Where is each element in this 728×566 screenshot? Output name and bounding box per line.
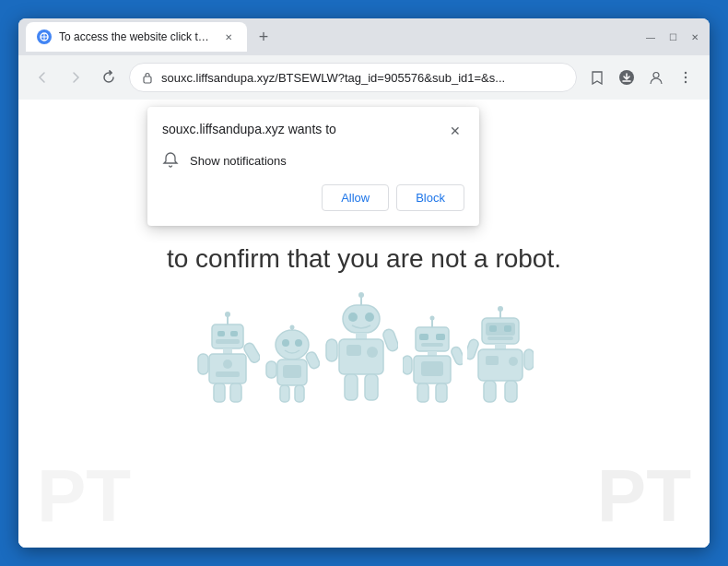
robot-5: [467, 306, 534, 403]
robot-2: [264, 324, 320, 403]
toolbar-actions: [584, 65, 699, 90]
svg-point-43: [367, 347, 378, 358]
allow-button[interactable]: Allow: [322, 184, 389, 211]
svg-rect-60: [436, 383, 447, 402]
svg-rect-13: [217, 331, 225, 336]
maximize-button[interactable]: ☐: [665, 31, 680, 42]
url-text: souxc.liffsandupa.xyz/BTSEWLW?tag_id=905…: [161, 71, 565, 85]
title-bar: To access the website click the "A ✕ + —…: [18, 18, 710, 55]
svg-point-49: [429, 316, 434, 321]
svg-point-25: [289, 325, 294, 330]
svg-point-11: [225, 312, 230, 317]
svg-rect-59: [417, 383, 429, 402]
svg-rect-3: [144, 77, 151, 83]
tab-title: To access the website click the "A: [59, 30, 214, 43]
main-text: to confirm that you are not a robot.: [167, 244, 561, 274]
back-button[interactable]: [29, 65, 55, 90]
svg-rect-51: [419, 334, 429, 340]
svg-point-27: [282, 339, 289, 347]
svg-rect-65: [489, 325, 497, 332]
svg-rect-42: [346, 345, 361, 356]
svg-rect-40: [356, 333, 367, 339]
svg-rect-68: [495, 344, 506, 349]
minimize-button[interactable]: —: [643, 31, 658, 42]
tab-favicon: [37, 29, 52, 44]
svg-rect-67: [487, 336, 513, 340]
svg-rect-53: [421, 343, 443, 347]
address-bar[interactable]: souxc.liffsandupa.xyz/BTSEWLW?tag_id=905…: [129, 63, 577, 92]
bell-icon: [162, 151, 181, 170]
svg-rect-12: [212, 324, 243, 348]
svg-rect-34: [295, 385, 304, 402]
svg-point-9: [685, 81, 687, 83]
svg-rect-47: [365, 374, 378, 400]
permission-text: Show notifications: [190, 154, 287, 168]
svg-rect-46: [345, 374, 358, 400]
active-tab[interactable]: To access the website click the "A ✕: [26, 22, 247, 52]
svg-point-6: [653, 73, 659, 78]
popup-close-button[interactable]: ✕: [446, 122, 464, 140]
svg-rect-31: [266, 361, 276, 378]
popup-title: souxc.liffsandupa.xyz wants to: [162, 122, 336, 136]
robot-1: [195, 311, 260, 403]
svg-rect-20: [198, 354, 208, 374]
bookmark-button[interactable]: [584, 65, 610, 90]
svg-point-62: [498, 306, 503, 312]
block-button[interactable]: Block: [396, 184, 464, 211]
svg-point-36: [358, 292, 364, 298]
robots-container: [195, 292, 534, 403]
svg-point-18: [223, 360, 232, 369]
tab-close-button[interactable]: ✕: [221, 29, 236, 44]
svg-point-7: [685, 72, 687, 74]
svg-rect-56: [421, 361, 443, 376]
svg-rect-75: [505, 381, 517, 402]
svg-point-26: [276, 330, 309, 360]
watermark-right: PT: [597, 454, 691, 538]
svg-rect-30: [283, 365, 301, 378]
profile-button[interactable]: [643, 65, 669, 90]
downloads-button[interactable]: [614, 65, 640, 90]
robot-3: [324, 292, 398, 403]
svg-rect-52: [436, 334, 445, 340]
svg-rect-14: [230, 331, 238, 336]
svg-point-71: [509, 357, 518, 366]
svg-rect-23: [230, 383, 241, 402]
svg-rect-22: [214, 383, 225, 402]
svg-point-28: [295, 339, 302, 347]
svg-rect-57: [403, 356, 412, 374]
svg-rect-74: [484, 381, 496, 402]
browser-window: To access the website click the "A ✕ + —…: [18, 18, 710, 548]
notification-popup: souxc.liffsandupa.xyz wants to ✕ Show no…: [147, 107, 479, 226]
new-tab-button[interactable]: +: [251, 24, 276, 50]
svg-rect-73: [524, 349, 534, 370]
toolbar: souxc.liffsandupa.xyz/BTSEWLW?tag_id=905…: [18, 55, 710, 100]
svg-rect-41: [339, 339, 383, 374]
svg-rect-16: [223, 348, 232, 354]
robot-4: [403, 315, 463, 403]
refresh-button[interactable]: [96, 65, 122, 90]
svg-point-8: [685, 77, 687, 78]
svg-rect-33: [280, 385, 289, 402]
svg-rect-70: [486, 356, 499, 365]
svg-rect-58: [450, 346, 463, 366]
svg-rect-19: [216, 371, 240, 377]
content-area: PT to confirm that you are not a robot.: [18, 100, 710, 548]
svg-rect-66: [504, 325, 511, 332]
svg-point-39: [365, 312, 374, 322]
popup-permission: Show notifications: [162, 151, 464, 170]
popup-actions: Allow Block: [162, 184, 464, 211]
popup-header: souxc.liffsandupa.xyz wants to ✕: [162, 122, 464, 140]
forward-button[interactable]: [63, 65, 88, 90]
menu-button[interactable]: [673, 65, 699, 90]
svg-point-38: [348, 312, 358, 322]
watermark-left: PT: [37, 454, 131, 538]
lock-icon: [141, 71, 154, 84]
svg-rect-15: [216, 339, 240, 344]
tab-strip: To access the website click the "A ✕ +: [26, 22, 632, 52]
svg-rect-44: [326, 339, 337, 361]
window-controls: — ☐ ✕: [643, 31, 702, 42]
svg-rect-45: [382, 328, 398, 353]
close-button[interactable]: ✕: [687, 31, 702, 42]
